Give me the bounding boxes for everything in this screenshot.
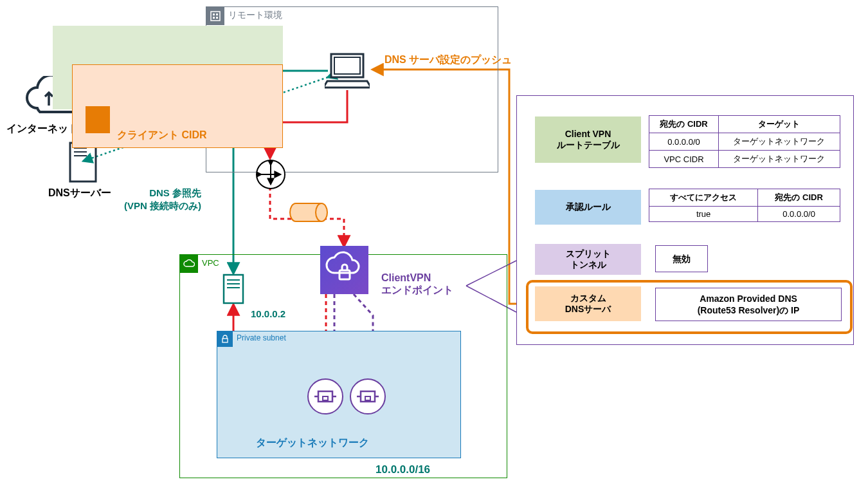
laptop-icon bbox=[325, 53, 370, 89]
dns-ref-line1: DNS 参照先 bbox=[149, 187, 201, 198]
remote-env-title: リモート環境 bbox=[228, 10, 282, 21]
diagram-canvas: インターネット DNSサーバー リモート環境 クライアント CIDR DNS サ… bbox=[0, 0, 868, 493]
svg-rect-1 bbox=[296, 203, 321, 221]
config-panel: Client VPN ルートテーブル 宛先の CIDR ターゲット 0.0.0.… bbox=[516, 95, 854, 345]
svg-point-4 bbox=[316, 203, 327, 221]
client-nic-icon bbox=[86, 106, 110, 133]
svg-point-0 bbox=[290, 203, 302, 221]
split-tunnel-value: 無効 bbox=[655, 245, 708, 272]
building-icon bbox=[206, 7, 224, 25]
vpn-endpoint-line1: ClientVPN bbox=[381, 272, 431, 283]
internet-label: インターネット bbox=[6, 122, 78, 136]
client-vpn-endpoint-icon bbox=[320, 246, 368, 294]
vpc-title: VPC bbox=[202, 258, 219, 268]
eni-icon bbox=[350, 378, 386, 414]
private-subnet-title: Private subnet bbox=[237, 333, 286, 342]
svg-rect-20 bbox=[339, 270, 350, 279]
svg-rect-12 bbox=[213, 17, 215, 19]
svg-rect-9 bbox=[211, 12, 220, 21]
svg-rect-16 bbox=[224, 275, 243, 303]
vpc-cloud-icon bbox=[180, 255, 198, 273]
ar-h1: 宛先の CIDR bbox=[758, 189, 840, 207]
ar-h0: すべてにアクセス bbox=[649, 189, 758, 207]
dns-server-label: DNSサーバー bbox=[48, 187, 111, 200]
rt-h0: 宛先の CIDR bbox=[649, 116, 719, 133]
rt-r1c1: ターゲットネットワーク bbox=[718, 151, 840, 168]
client-vpn-endpoint-label: ClientVPN エンドポイント bbox=[381, 272, 453, 296]
ar-r0c0: true bbox=[649, 207, 758, 222]
resolver-ip-label: 10.0.0.2 bbox=[251, 308, 285, 319]
svg-rect-15 bbox=[334, 57, 360, 74]
rt-r0c0: 0.0.0.0/0 bbox=[649, 133, 719, 151]
route-table-label: Client VPN ルートテーブル bbox=[535, 116, 641, 163]
router-icon bbox=[256, 160, 285, 189]
client-cidr-label: クライアント CIDR bbox=[117, 129, 207, 142]
target-network-label: ターゲットネットワーク bbox=[256, 436, 369, 450]
st-l2: トンネル bbox=[570, 259, 606, 270]
vpn-endpoint-line2: エンドポイント bbox=[381, 284, 453, 295]
resolver-doc-icon bbox=[222, 273, 245, 305]
svg-rect-11 bbox=[216, 14, 218, 15]
svg-rect-13 bbox=[216, 17, 218, 19]
rt-l2: ルートテーブル bbox=[557, 140, 620, 150]
rt-h1: ターゲット bbox=[718, 116, 840, 133]
svg-rect-25 bbox=[323, 396, 328, 400]
split-tunnel-label: スプリット トンネル bbox=[535, 244, 641, 275]
svg-rect-29 bbox=[365, 396, 370, 400]
ar-r0c1: 0.0.0.0/0 bbox=[758, 207, 840, 222]
auth-rules-table: すべてにアクセス 宛先の CIDR true 0.0.0.0/0 bbox=[649, 189, 840, 222]
rt-r1c0: VPC CIDR bbox=[649, 151, 719, 168]
st-l1: スプリット bbox=[566, 248, 611, 259]
dns-ref-line2: (VPN 接続時のみ) bbox=[124, 200, 201, 211]
rt-l1: Client VPN bbox=[565, 129, 611, 139]
auth-rules-label: 承認ルール bbox=[535, 190, 641, 225]
route-table: 宛先の CIDR ターゲット 0.0.0.0/0 ターゲットネットワーク VPC… bbox=[649, 115, 840, 168]
vpc-cidr: 10.0.0.0/16 bbox=[375, 463, 430, 476]
subnet-lock-icon bbox=[217, 331, 233, 347]
svg-rect-10 bbox=[213, 14, 215, 15]
dns-push-label: DNS サーバ設定のプッシュ bbox=[384, 53, 512, 67]
rt-r0c1: ターゲットネットワーク bbox=[718, 133, 840, 151]
dns-ref-label: DNS 参照先 (VPN 接続時のみ) bbox=[124, 187, 201, 212]
highlight-frame bbox=[526, 280, 853, 334]
svg-rect-21 bbox=[222, 339, 228, 342]
eni-icon bbox=[307, 378, 343, 414]
